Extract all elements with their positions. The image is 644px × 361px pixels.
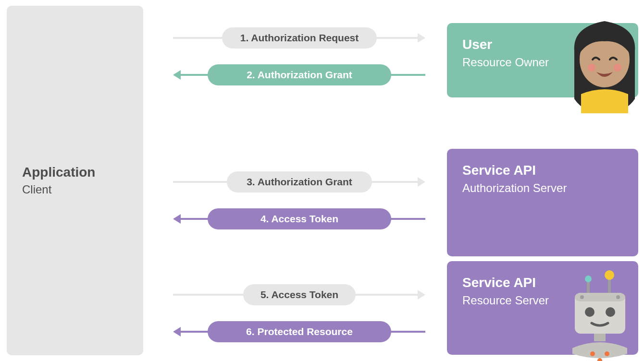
application-subtitle: Client (22, 182, 128, 197)
pill-step3: 3. Authorization Grant (227, 171, 372, 193)
svg-point-16 (597, 358, 602, 361)
svg-rect-13 (594, 334, 606, 341)
pill-step6: 6. Protected Resource (208, 321, 391, 342)
svg-point-15 (605, 351, 609, 356)
robot-icon (558, 266, 642, 361)
auth-server-box: Service API Authorization Server (447, 149, 638, 256)
step2-label: 2. Authorization Grant (247, 69, 352, 81)
svg-point-6 (605, 270, 614, 280)
application-box: Application Client (7, 6, 143, 355)
svg-point-4 (585, 276, 592, 282)
step3-label: 3. Authorization Grant (247, 176, 352, 188)
svg-point-1 (588, 64, 595, 72)
user-avatar-icon (568, 17, 642, 113)
svg-point-10 (616, 295, 620, 299)
auth-server-subtitle: Authorization Server (462, 180, 623, 195)
step6-label: 6. Protected Resource (246, 326, 353, 337)
svg-point-12 (606, 307, 615, 317)
pill-step4: 4. Access Token (208, 208, 391, 229)
auth-server-title: Service API (462, 162, 623, 179)
svg-point-11 (585, 307, 594, 317)
pill-step2: 2. Authorization Grant (208, 64, 391, 85)
svg-point-2 (614, 64, 621, 72)
step1-label: 1. Authorization Request (240, 32, 359, 44)
application-title: Application (22, 164, 128, 180)
pill-step5: 5. Access Token (243, 284, 356, 305)
step5-label: 5. Access Token (260, 289, 338, 301)
pill-step1: 1. Authorization Request (222, 27, 377, 48)
svg-point-9 (580, 295, 584, 299)
svg-point-14 (590, 351, 595, 356)
step4-label: 4. Access Token (260, 213, 338, 225)
